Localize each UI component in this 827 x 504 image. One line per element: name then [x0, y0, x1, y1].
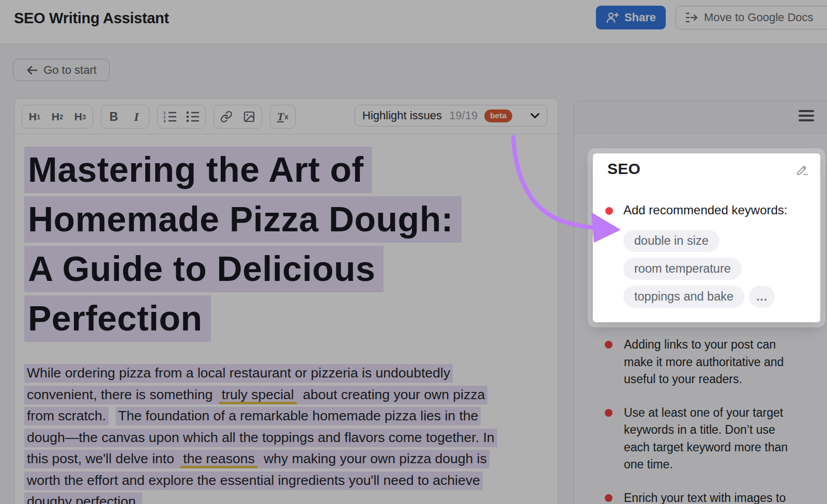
keyword-pill-row: toppings and bake...	[623, 286, 775, 308]
keyword-pills: double in sizeroom temperaturetoppings a…	[623, 230, 775, 308]
issue-dot-icon	[605, 207, 613, 215]
seo-card-title: SEO	[607, 160, 640, 178]
keyword-pill[interactable]: toppings and bake	[623, 286, 744, 308]
more-keywords-button[interactable]: ...	[749, 286, 775, 308]
seo-card: SEO Add recommended keywords: double in …	[593, 153, 820, 322]
keyword-pill[interactable]: double in size	[623, 230, 719, 252]
edit-pencil-icon[interactable]	[795, 163, 809, 177]
app-window: SEO Writing Assistant Share	[0, 0, 827, 504]
keywords-tip-label: Add recommended keywords:	[623, 203, 787, 217]
keyword-pill[interactable]: room temperature	[623, 258, 742, 280]
